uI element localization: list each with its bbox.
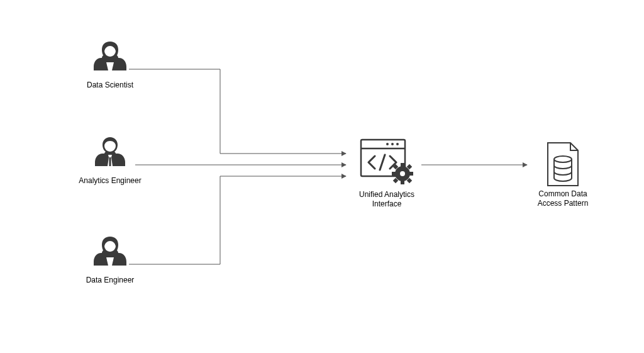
svg-rect-14 [409,172,413,176]
center-label-line2: Interface [372,199,402,208]
center-label: Unified Analytics Interface [349,190,425,209]
role-data-scientist: Data Scientist [82,38,138,90]
svg-rect-2 [109,157,111,166]
svg-point-8 [396,143,399,145]
svg-point-19 [400,171,405,176]
role-data-engineer: Data Engineer [82,233,138,285]
common-data-access-pattern: Common Data Access Pattern [528,142,597,208]
center-label-line1: Unified Analytics [359,190,414,199]
person-female-icon [90,233,130,273]
role-analytics-engineer: Analytics Engineer [75,133,145,186]
svg-point-7 [391,143,394,145]
right-label: Common Data Access Pattern [528,189,597,208]
svg-rect-13 [392,172,396,176]
svg-point-6 [386,143,389,145]
person-male-icon [90,133,130,174]
architecture-diagram: Data Scientist Analytics Engineer Data E… [0,0,644,353]
unified-analytics-interface: Unified Analytics Interface [349,137,425,209]
svg-rect-12 [401,181,404,184]
right-label-line1: Common Data [538,189,587,198]
code-window-gear-icon [358,137,415,188]
role-label: Data Engineer [82,276,138,285]
svg-point-20 [554,156,572,162]
role-label: Data Scientist [82,81,138,90]
person-female-icon [90,38,130,78]
document-database-icon [544,142,582,187]
role-label: Analytics Engineer [75,176,145,186]
svg-rect-11 [401,163,404,167]
svg-line-9 [380,155,385,170]
right-label-line2: Access Pattern [538,199,589,208]
